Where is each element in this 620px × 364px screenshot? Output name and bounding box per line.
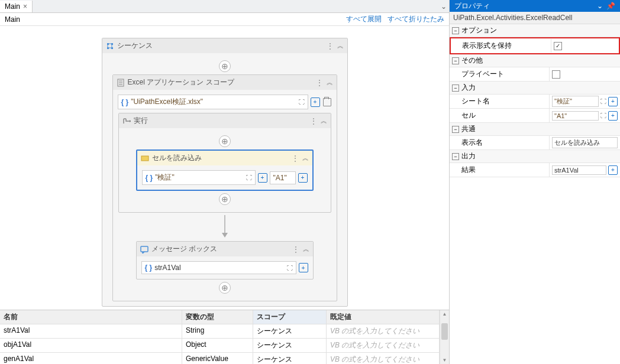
- sheet-input[interactable]: { } "検証" ⛶: [142, 170, 256, 185]
- tab-bar: Main × ⌄: [0, 0, 449, 13]
- add-activity-button[interactable]: ⊕: [219, 135, 231, 147]
- collapse-toggle-icon[interactable]: −: [452, 84, 459, 92]
- collapse-toggle-icon[interactable]: −: [452, 57, 459, 64]
- more-icon[interactable]: ⋮: [310, 117, 318, 125]
- checkbox[interactable]: [552, 70, 560, 79]
- collapse-icon[interactable]: ︽: [337, 41, 344, 50]
- arrow-down-icon: [219, 215, 231, 239]
- expand-icon[interactable]: ⛶: [600, 112, 606, 119]
- activity-title: 実行: [134, 116, 307, 126]
- add-button[interactable]: +: [608, 97, 618, 106]
- more-icon[interactable]: ⋮: [316, 79, 324, 87]
- expand-icon[interactable]: ⛶: [299, 99, 305, 105]
- vb-expression-icon: { }: [146, 174, 153, 182]
- prop-result: 結果 strA1Val +: [450, 163, 620, 177]
- add-button[interactable]: +: [298, 173, 308, 183]
- messagebox-activity[interactable]: メッセージ ボックス ⋮ ︽ { } strA1Val ⛶: [136, 241, 314, 280]
- sequence-icon: [106, 42, 114, 50]
- properties-title: プロパティ: [454, 1, 490, 11]
- collapse-toggle-icon[interactable]: −: [452, 126, 459, 133]
- section-input[interactable]: − 入力: [450, 82, 620, 95]
- more-icon[interactable]: ⋮: [292, 154, 299, 162]
- pin-icon[interactable]: 📌: [606, 2, 615, 10]
- collapse-all-link[interactable]: すべて折りたたみ: [388, 14, 444, 24]
- section-common[interactable]: − 共通: [450, 123, 620, 136]
- collapse-icon[interactable]: ︽: [303, 245, 309, 254]
- collapse-icon[interactable]: ︽: [302, 154, 309, 162]
- col-scope-header[interactable]: スコープ: [253, 310, 327, 324]
- scroll-thumb[interactable]: [441, 323, 448, 340]
- col-default-header[interactable]: 既定値: [327, 310, 440, 324]
- section-output[interactable]: − 出力: [450, 150, 620, 163]
- designer-canvas[interactable]: シーケンス ⋮ ︽ ⊕ Excel アプリケーション スコープ ⋮ ︽: [0, 26, 449, 310]
- tab-title: Main: [5, 2, 20, 11]
- sheet-name-input[interactable]: "検証": [552, 96, 599, 107]
- activity-title: メッセージ ボックス: [151, 244, 289, 254]
- col-name-header[interactable]: 名前: [0, 310, 182, 324]
- message-input[interactable]: { } strA1Val ⛶: [141, 261, 296, 274]
- expand-icon[interactable]: ⛶: [246, 174, 252, 181]
- svg-rect-3: [111, 47, 113, 49]
- excel-scope-activity[interactable]: Excel アプリケーション スコープ ⋮ ︽ { } "UiPathExcel…: [112, 74, 337, 301]
- folder-icon[interactable]: [322, 98, 332, 107]
- document-icon: [117, 79, 125, 87]
- prop-private: プライベート: [450, 67, 620, 82]
- prop-cell: セル "A1" ⛶ +: [450, 109, 620, 123]
- sequence-activity[interactable]: シーケンス ⋮ ︽ ⊕ Excel アプリケーション スコープ ⋮ ︽: [102, 38, 348, 307]
- collapse-toggle-icon[interactable]: −: [452, 153, 459, 160]
- svg-marker-11: [222, 233, 228, 238]
- variable-row[interactable]: objA1Val Object シーケンス VB の式を入力してください: [0, 339, 440, 353]
- chevron-down-icon[interactable]: ⌄: [597, 2, 603, 10]
- file-path-input[interactable]: { } "UiPathExcel検証.xlsx" ⛶: [118, 95, 308, 109]
- activity-title: シーケンス: [117, 41, 324, 51]
- breadcrumb[interactable]: Main: [5, 15, 20, 24]
- add-button[interactable]: +: [608, 165, 618, 175]
- add-activity-button[interactable]: ⊕: [219, 60, 231, 72]
- svg-rect-9: [141, 156, 148, 161]
- expand-all-link[interactable]: すべて展開: [346, 14, 382, 24]
- add-button[interactable]: +: [258, 173, 267, 183]
- add-button[interactable]: +: [608, 111, 618, 121]
- properties-pane: プロパティ ⌄ 📌 UiPath.Excel.Activities.ExcelR…: [450, 0, 620, 364]
- variable-row[interactable]: genA1Val GenericValue シーケンス VB の式を入力してくだ…: [0, 353, 440, 364]
- more-icon[interactable]: ⋮: [292, 245, 300, 254]
- vb-expression-icon: { }: [145, 264, 153, 272]
- scroll-up-icon[interactable]: ▲: [440, 311, 449, 317]
- collapse-toggle-icon[interactable]: −: [452, 27, 459, 34]
- close-icon[interactable]: ×: [23, 2, 27, 11]
- prop-preserve-format: 表示形式を保持 ✓: [450, 37, 620, 54]
- scroll-down-icon[interactable]: ▼: [440, 358, 449, 363]
- section-other[interactable]: − その他: [450, 54, 620, 67]
- expand-icon[interactable]: ⛶: [600, 98, 606, 105]
- col-type-header[interactable]: 変数の型: [182, 310, 253, 324]
- variable-row[interactable]: strA1Val String シーケンス VB の式を入力してください: [0, 324, 440, 339]
- activity-title: Excel アプリケーション スコープ: [128, 77, 313, 87]
- collapse-icon[interactable]: ︽: [321, 116, 327, 125]
- scrollbar[interactable]: ▲ ▼: [440, 310, 449, 364]
- add-activity-button[interactable]: ⊕: [219, 282, 231, 294]
- add-button[interactable]: +: [299, 263, 308, 272]
- breadcrumb-bar: Main すべて展開 すべて折りたたみ: [0, 13, 449, 26]
- variables-header: 名前 変数の型 スコープ 既定値: [0, 310, 440, 324]
- add-activity-button[interactable]: ⊕: [219, 193, 231, 205]
- cell-input[interactable]: "A1": [270, 171, 296, 184]
- do-activity[interactable]: 実行 ⋮ ︽ ⊕ セルを読み込み: [118, 113, 331, 213]
- display-name-input[interactable]: セルを読み込み: [552, 137, 618, 148]
- cell-input[interactable]: "A1": [552, 111, 599, 121]
- result-input[interactable]: strA1Val: [552, 165, 606, 175]
- properties-header: プロパティ ⌄ 📌: [450, 0, 620, 12]
- svg-rect-1: [111, 43, 113, 45]
- section-option[interactable]: − オプション: [450, 24, 620, 37]
- add-button[interactable]: +: [311, 98, 320, 107]
- activity-type: UiPath.Excel.Activities.ExcelReadCell: [450, 12, 620, 24]
- read-cell-activity[interactable]: セルを読み込み ⋮ ︽ { } "検証": [136, 150, 314, 191]
- read-cell-icon: [141, 154, 149, 162]
- more-icon[interactable]: ⋮: [327, 42, 334, 50]
- expand-icon[interactable]: ⛶: [287, 265, 293, 271]
- tab-main[interactable]: Main ×: [0, 1, 33, 12]
- collapse-icon[interactable]: ︽: [327, 78, 333, 87]
- messagebox-icon: [140, 245, 148, 254]
- checkbox[interactable]: ✓: [554, 42, 562, 50]
- svg-rect-12: [141, 246, 148, 252]
- chevron-down-icon[interactable]: ⌄: [441, 2, 447, 11]
